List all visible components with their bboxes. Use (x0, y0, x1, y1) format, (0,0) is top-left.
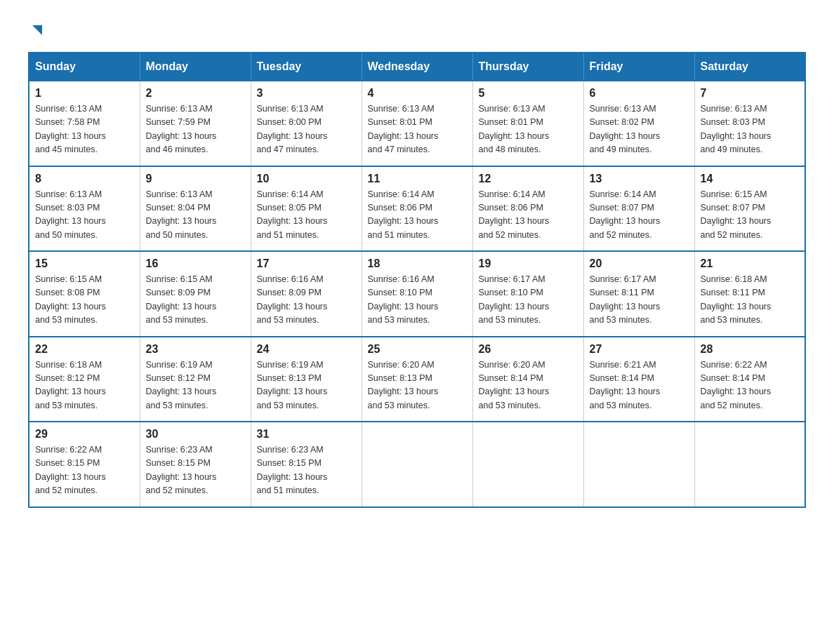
day-info: Sunrise: 6:21 AM Sunset: 8:14 PM Dayligh… (590, 358, 689, 413)
week-row-2: 8 Sunrise: 6:13 AM Sunset: 8:03 PM Dayli… (29, 166, 805, 252)
day-info: Sunrise: 6:13 AM Sunset: 8:00 PM Dayligh… (257, 102, 356, 157)
calendar-cell: 6 Sunrise: 6:13 AM Sunset: 8:02 PM Dayli… (583, 81, 694, 166)
day-number: 13 (590, 173, 689, 185)
calendar-cell (694, 422, 805, 507)
day-number: 1 (35, 87, 134, 100)
day-number: 12 (479, 173, 578, 185)
weekday-row: SundayMondayTuesdayWednesdayThursdayFrid… (29, 53, 805, 81)
day-info: Sunrise: 6:19 AM Sunset: 8:13 PM Dayligh… (257, 358, 356, 413)
week-row-4: 22 Sunrise: 6:18 AM Sunset: 8:12 PM Dayl… (29, 337, 805, 422)
week-row-1: 1 Sunrise: 6:13 AM Sunset: 7:58 PM Dayli… (29, 81, 805, 166)
day-info: Sunrise: 6:18 AM Sunset: 8:11 PM Dayligh… (701, 273, 800, 328)
day-number: 20 (590, 257, 689, 270)
weekday-header-tuesday: Tuesday (251, 53, 362, 81)
weekday-header-thursday: Thursday (472, 53, 583, 81)
calendar-cell: 24 Sunrise: 6:19 AM Sunset: 8:13 PM Dayl… (251, 337, 362, 422)
day-info: Sunrise: 6:13 AM Sunset: 8:03 PM Dayligh… (701, 102, 800, 157)
calendar-cell: 22 Sunrise: 6:18 AM Sunset: 8:12 PM Dayl… (29, 337, 140, 422)
day-number: 28 (701, 343, 800, 356)
calendar-cell: 5 Sunrise: 6:13 AM Sunset: 8:01 PM Dayli… (472, 81, 583, 166)
svg-marker-0 (32, 25, 42, 35)
day-info: Sunrise: 6:23 AM Sunset: 8:15 PM Dayligh… (146, 443, 245, 498)
calendar-cell: 18 Sunrise: 6:16 AM Sunset: 8:10 PM Dayl… (362, 251, 472, 337)
day-number: 22 (35, 343, 134, 356)
calendar-cell: 27 Sunrise: 6:21 AM Sunset: 8:14 PM Dayl… (583, 337, 694, 422)
calendar-cell: 13 Sunrise: 6:14 AM Sunset: 8:07 PM Dayl… (583, 166, 694, 252)
calendar-body: 1 Sunrise: 6:13 AM Sunset: 7:58 PM Dayli… (29, 81, 805, 507)
calendar-cell: 2 Sunrise: 6:13 AM Sunset: 7:59 PM Dayli… (140, 81, 251, 166)
calendar-cell: 10 Sunrise: 6:14 AM Sunset: 8:05 PM Dayl… (251, 166, 362, 252)
weekday-header-sunday: Sunday (29, 53, 140, 81)
day-info: Sunrise: 6:23 AM Sunset: 8:15 PM Dayligh… (257, 443, 356, 498)
day-number: 24 (257, 343, 356, 356)
day-info: Sunrise: 6:14 AM Sunset: 8:05 PM Dayligh… (257, 188, 356, 243)
day-info: Sunrise: 6:20 AM Sunset: 8:14 PM Dayligh… (479, 358, 578, 413)
calendar-cell: 25 Sunrise: 6:20 AM Sunset: 8:13 PM Dayl… (362, 337, 472, 422)
day-info: Sunrise: 6:13 AM Sunset: 7:59 PM Dayligh… (146, 102, 245, 157)
day-number: 7 (701, 87, 800, 100)
calendar-cell: 19 Sunrise: 6:17 AM Sunset: 8:10 PM Dayl… (472, 251, 583, 337)
day-number: 19 (479, 257, 578, 270)
calendar-cell: 9 Sunrise: 6:13 AM Sunset: 8:04 PM Dayli… (140, 166, 251, 252)
day-info: Sunrise: 6:22 AM Sunset: 8:15 PM Dayligh… (35, 443, 134, 498)
day-info: Sunrise: 6:13 AM Sunset: 8:01 PM Dayligh… (479, 102, 578, 157)
day-info: Sunrise: 6:20 AM Sunset: 8:13 PM Dayligh… (368, 358, 467, 413)
calendar-header: SundayMondayTuesdayWednesdayThursdayFrid… (29, 53, 805, 81)
day-info: Sunrise: 6:14 AM Sunset: 8:06 PM Dayligh… (368, 188, 467, 243)
day-info: Sunrise: 6:13 AM Sunset: 8:02 PM Dayligh… (590, 102, 689, 157)
day-number: 26 (479, 343, 578, 356)
day-number: 23 (146, 343, 245, 356)
logo (28, 21, 45, 38)
day-info: Sunrise: 6:16 AM Sunset: 8:09 PM Dayligh… (257, 273, 356, 328)
day-number: 5 (479, 87, 578, 100)
weekday-header-friday: Friday (583, 53, 694, 81)
day-number: 10 (257, 173, 356, 185)
day-number: 3 (257, 87, 356, 100)
day-number: 18 (368, 257, 467, 270)
day-number: 21 (701, 257, 800, 270)
calendar-cell (472, 422, 583, 507)
day-number: 4 (368, 87, 467, 100)
weekday-header-wednesday: Wednesday (362, 53, 472, 81)
day-info: Sunrise: 6:13 AM Sunset: 8:03 PM Dayligh… (35, 188, 134, 243)
day-number: 27 (590, 343, 689, 356)
calendar-cell (362, 422, 472, 507)
calendar-cell: 11 Sunrise: 6:14 AM Sunset: 8:06 PM Dayl… (362, 166, 472, 252)
day-number: 9 (146, 173, 245, 185)
week-row-3: 15 Sunrise: 6:15 AM Sunset: 8:08 PM Dayl… (29, 251, 805, 337)
calendar-cell: 26 Sunrise: 6:20 AM Sunset: 8:14 PM Dayl… (472, 337, 583, 422)
day-number: 14 (701, 173, 800, 185)
day-number: 11 (368, 173, 467, 185)
day-info: Sunrise: 6:15 AM Sunset: 8:08 PM Dayligh… (35, 273, 134, 328)
day-number: 31 (257, 428, 356, 441)
calendar-cell: 23 Sunrise: 6:19 AM Sunset: 8:12 PM Dayl… (140, 337, 251, 422)
day-info: Sunrise: 6:19 AM Sunset: 8:12 PM Dayligh… (146, 358, 245, 413)
day-info: Sunrise: 6:13 AM Sunset: 8:04 PM Dayligh… (146, 188, 245, 243)
calendar: SundayMondayTuesdayWednesdayThursdayFrid… (28, 52, 806, 508)
day-number: 6 (590, 87, 689, 100)
calendar-cell: 21 Sunrise: 6:18 AM Sunset: 8:11 PM Dayl… (694, 251, 805, 337)
day-number: 25 (368, 343, 467, 356)
day-info: Sunrise: 6:18 AM Sunset: 8:12 PM Dayligh… (35, 358, 134, 413)
calendar-cell: 30 Sunrise: 6:23 AM Sunset: 8:15 PM Dayl… (140, 422, 251, 507)
calendar-cell: 14 Sunrise: 6:15 AM Sunset: 8:07 PM Dayl… (694, 166, 805, 252)
day-number: 16 (146, 257, 245, 270)
day-number: 17 (257, 257, 356, 270)
day-info: Sunrise: 6:16 AM Sunset: 8:10 PM Dayligh… (368, 273, 467, 328)
calendar-cell: 16 Sunrise: 6:15 AM Sunset: 8:09 PM Dayl… (140, 251, 251, 337)
day-info: Sunrise: 6:15 AM Sunset: 8:09 PM Dayligh… (146, 273, 245, 328)
calendar-cell (583, 422, 694, 507)
calendar-cell: 20 Sunrise: 6:17 AM Sunset: 8:11 PM Dayl… (583, 251, 694, 337)
day-info: Sunrise: 6:17 AM Sunset: 8:10 PM Dayligh… (479, 273, 578, 328)
day-info: Sunrise: 6:13 AM Sunset: 7:58 PM Dayligh… (35, 102, 134, 157)
day-number: 30 (146, 428, 245, 441)
day-info: Sunrise: 6:17 AM Sunset: 8:11 PM Dayligh… (590, 273, 689, 328)
calendar-cell: 3 Sunrise: 6:13 AM Sunset: 8:00 PM Dayli… (251, 81, 362, 166)
weekday-header-saturday: Saturday (694, 53, 805, 81)
weekday-header-monday: Monday (140, 53, 251, 81)
day-number: 8 (35, 173, 134, 185)
calendar-cell: 1 Sunrise: 6:13 AM Sunset: 7:58 PM Dayli… (29, 81, 140, 166)
calendar-cell: 29 Sunrise: 6:22 AM Sunset: 8:15 PM Dayl… (29, 422, 140, 507)
calendar-cell: 15 Sunrise: 6:15 AM Sunset: 8:08 PM Dayl… (29, 251, 140, 337)
day-info: Sunrise: 6:15 AM Sunset: 8:07 PM Dayligh… (701, 188, 800, 243)
